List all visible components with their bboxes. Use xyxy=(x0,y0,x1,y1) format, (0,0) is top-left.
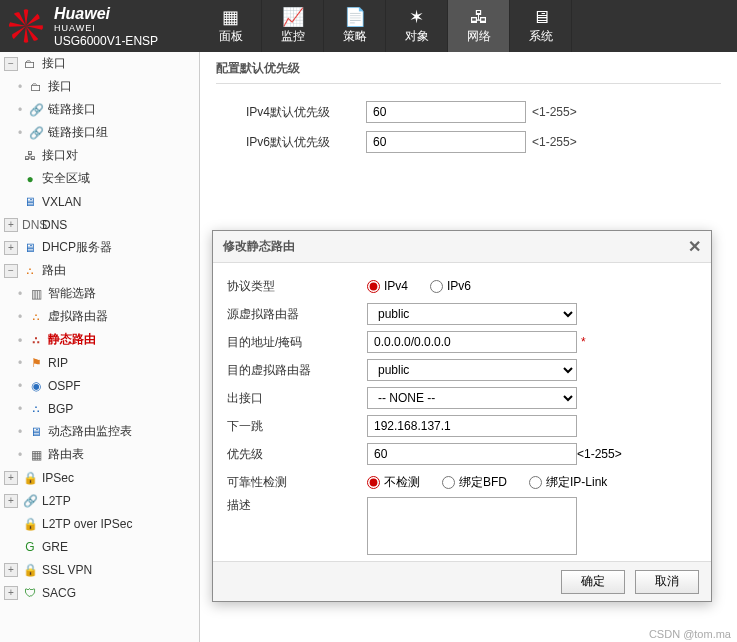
priority-row-label: IPv4默认优先级 xyxy=(216,104,366,121)
tree-icon: 🔒 xyxy=(22,563,38,577)
expander-icon[interactable]: + xyxy=(4,563,18,577)
nexthop-input[interactable] xyxy=(367,415,577,437)
reliability-iplink-radio[interactable]: 绑定IP-Link xyxy=(529,474,607,491)
expander-icon[interactable]: + xyxy=(4,218,18,232)
sidebar-item-接口[interactable]: •🗀接口 xyxy=(0,75,199,98)
sidebar-item-链路接口[interactable]: •🔗链路接口 xyxy=(0,98,199,121)
protocol-ipv6-radio[interactable]: IPv6 xyxy=(430,279,471,293)
sidebar-item-DNS[interactable]: +DNSDNS xyxy=(0,213,199,236)
tree-icon: 🔒 xyxy=(22,471,38,485)
sidebar-item-GRE[interactable]: GGRE xyxy=(0,535,199,558)
sidebar-item-静态路由[interactable]: •⛬静态路由 xyxy=(0,328,199,351)
outif-label: 出接口 xyxy=(227,390,367,407)
sidebar-item-虚拟路由器[interactable]: •⛬虚拟路由器 xyxy=(0,305,199,328)
sidebar-item-链路接口组[interactable]: •🔗链路接口组 xyxy=(0,121,199,144)
sidebar-item-路由[interactable]: −⛬路由 xyxy=(0,259,199,282)
sidebar-item-路由表[interactable]: •▦路由表 xyxy=(0,443,199,466)
header: Huawei HUAWEI USG6000V1-ENSP ▦面板📈监控📄策略✶对… xyxy=(0,0,737,52)
tree-icon: ⛬ xyxy=(28,310,44,324)
topnav-监控[interactable]: 📈监控 xyxy=(262,0,324,52)
sidebar-item-RIP[interactable]: •⚑RIP xyxy=(0,351,199,374)
priority-row-input[interactable] xyxy=(366,131,526,153)
topnav-icon: 📈 xyxy=(282,8,304,26)
sidebar-item-SSL VPN[interactable]: +🔒SSL VPN xyxy=(0,558,199,581)
brand-sub: HUAWEI xyxy=(54,23,158,34)
protocol-ipv4-radio[interactable]: IPv4 xyxy=(367,279,408,293)
tree-icon: ⛬ xyxy=(22,264,38,278)
close-icon[interactable]: ✕ xyxy=(688,237,701,256)
brand-name: Huawei xyxy=(54,4,158,23)
content-area: 配置默认优先级 IPv4默认优先级<1-255>IPv6默认优先级<1-255>… xyxy=(200,52,737,642)
tree-icon: ● xyxy=(22,172,38,186)
sidebar-item-IPSec[interactable]: +🔒IPSec xyxy=(0,466,199,489)
tree-icon: 🔗 xyxy=(22,494,38,508)
priority-row-0: IPv4默认优先级<1-255> xyxy=(216,98,721,126)
device-model: USG6000V1-ENSP xyxy=(54,34,158,48)
dest-label: 目的地址/掩码 xyxy=(227,334,367,351)
topnav-策略[interactable]: 📄策略 xyxy=(324,0,386,52)
tree-icon: ◉ xyxy=(28,379,44,393)
priority-row-hint: <1-255> xyxy=(532,135,577,149)
desc-label: 描述 xyxy=(227,497,367,514)
protocol-radio-group: IPv4 IPv6 xyxy=(367,279,471,293)
reliability-none-radio[interactable]: 不检测 xyxy=(367,474,420,491)
topnav-icon: 📄 xyxy=(344,8,366,26)
priority-row-input[interactable] xyxy=(366,101,526,123)
sidebar-item-智能选路[interactable]: •▥智能选路 xyxy=(0,282,199,305)
sidebar-item-接口[interactable]: −🗀接口 xyxy=(0,52,199,75)
tree-icon: ▥ xyxy=(28,287,44,301)
reliability-radio-group: 不检测 绑定BFD 绑定IP-Link xyxy=(367,474,607,491)
protocol-label: 协议类型 xyxy=(227,278,367,295)
desc-textarea[interactable] xyxy=(367,497,577,555)
tree-icon: 🗀 xyxy=(22,57,38,71)
reliability-bfd-radio[interactable]: 绑定BFD xyxy=(442,474,507,491)
outif-select[interactable]: -- NONE -- xyxy=(367,387,577,409)
tree-icon: DNS xyxy=(22,218,38,232)
ok-button[interactable]: 确定 xyxy=(561,570,625,594)
sidebar-item-安全区域[interactable]: ●安全区域 xyxy=(0,167,199,190)
top-nav: ▦面板📈监控📄策略✶对象🖧网络🖥系统 xyxy=(200,0,572,52)
expander-icon[interactable]: − xyxy=(4,264,18,278)
priority-row-label: IPv6默认优先级 xyxy=(216,134,366,151)
topnav-网络[interactable]: 🖧网络 xyxy=(448,0,510,52)
topnav-系统[interactable]: 🖥系统 xyxy=(510,0,572,52)
priority-row-hint: <1-255> xyxy=(532,105,577,119)
tree-icon: 🖥 xyxy=(22,195,38,209)
huawei-logo-icon xyxy=(6,6,46,46)
expander-icon[interactable]: + xyxy=(4,494,18,508)
dest-input[interactable] xyxy=(367,331,577,353)
topnav-icon: 🖥 xyxy=(532,8,550,26)
topnav-面板[interactable]: ▦面板 xyxy=(200,0,262,52)
tree-icon: 🔒 xyxy=(22,517,38,531)
panel-title: 配置默认优先级 xyxy=(216,60,721,84)
cancel-button[interactable]: 取消 xyxy=(635,570,699,594)
priority-hint: <1-255> xyxy=(577,447,622,461)
sidebar-item-DHCP服务器[interactable]: +🖥DHCP服务器 xyxy=(0,236,199,259)
priority-row-1: IPv6默认优先级<1-255> xyxy=(216,128,721,156)
topnav-icon: ▦ xyxy=(222,8,239,26)
priority-label: 优先级 xyxy=(227,446,367,463)
sidebar-item-L2TP over IPSec[interactable]: 🔒L2TP over IPSec xyxy=(0,512,199,535)
sidebar-item-BGP[interactable]: •⛬BGP xyxy=(0,397,199,420)
sidebar-item-接口对[interactable]: 🖧接口对 xyxy=(0,144,199,167)
tree-icon: 🛡 xyxy=(22,586,38,600)
src-vr-select[interactable]: public xyxy=(367,303,577,325)
nexthop-label: 下一跳 xyxy=(227,418,367,435)
sidebar-item-VXLAN[interactable]: 🖥VXLAN xyxy=(0,190,199,213)
sidebar-item-SACG[interactable]: +🛡SACG xyxy=(0,581,199,604)
tree-icon: ⛬ xyxy=(28,333,44,347)
expander-icon[interactable]: + xyxy=(4,241,18,255)
sidebar[interactable]: −🗀接口•🗀接口•🔗链路接口•🔗链路接口组🖧接口对●安全区域🖥VXLAN+DNS… xyxy=(0,52,200,642)
expander-icon[interactable]: + xyxy=(4,586,18,600)
dst-vr-select[interactable]: public xyxy=(367,359,577,381)
priority-input[interactable] xyxy=(367,443,577,465)
expander-icon[interactable]: + xyxy=(4,471,18,485)
topnav-icon: ✶ xyxy=(409,8,424,26)
sidebar-item-OSPF[interactable]: •◉OSPF xyxy=(0,374,199,397)
tree-icon: ⛬ xyxy=(28,402,44,416)
sidebar-item-动态路由监控表[interactable]: •🖥动态路由监控表 xyxy=(0,420,199,443)
sidebar-item-L2TP[interactable]: +🔗L2TP xyxy=(0,489,199,512)
expander-icon[interactable]: − xyxy=(4,57,18,71)
tree-icon: 🔗 xyxy=(28,126,44,140)
topnav-对象[interactable]: ✶对象 xyxy=(386,0,448,52)
